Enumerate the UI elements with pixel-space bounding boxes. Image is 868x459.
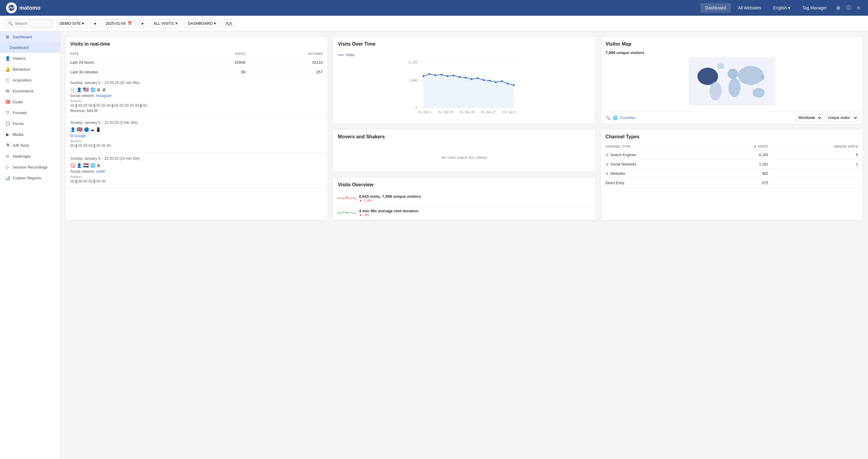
world-map <box>606 57 858 106</box>
sidebar-item-dashboard[interactable]: ⊞ Dashboard <box>0 31 60 42</box>
goals-icon: 🎯 <box>5 99 10 104</box>
overview-duration-text: 4 min 49s average visit duration <box>359 209 418 213</box>
col-date: DATE <box>65 51 185 58</box>
calendar-icon: 📅 <box>127 21 132 26</box>
realtime-card: Visits in real-time DATE VISITS ACTIONS … <box>65 36 328 221</box>
sort-icon: ▼ <box>754 145 757 148</box>
nav-dashboard[interactable]: Dashboard <box>700 3 731 13</box>
svg-point-33 <box>727 68 738 79</box>
metric-dropdown[interactable]: Unique visitor: <box>825 114 858 121</box>
behaviour-icon: 🔔 <box>5 67 10 71</box>
svg-point-37 <box>761 74 764 80</box>
segment-selector[interactable]: ALL VISITS ✕ <box>150 19 182 27</box>
svg-point-21 <box>471 78 473 80</box>
channel-name: ⊕ Websites <box>606 172 704 176</box>
expand-icon[interactable]: ⊕ <box>606 172 609 176</box>
svg-text:0: 0 <box>415 106 417 109</box>
sidebar-item-funnels[interactable]: ▽ Funnels <box>0 107 60 118</box>
sidebar-item-custom-reports[interactable]: 📊 Custom Reports <box>0 172 60 183</box>
svg-point-39 <box>346 197 347 198</box>
chart-area: Visits 11,320 5,660 0 Fri, Dec 6 Fri, De… <box>333 51 595 120</box>
settings-icon[interactable]: ⚙ <box>834 3 842 13</box>
sidebar-subitem-dashboard[interactable]: Dashboard <box>0 42 60 53</box>
visits-overview-card: Visits Overview 8,943 visits, 7,999 uniq… <box>333 177 595 221</box>
svg-point-13 <box>423 75 424 77</box>
sidebar-item-media[interactable]: ▶ Media <box>0 129 60 140</box>
map-content: 7,999 unique visitors <box>601 51 863 111</box>
svg-text:Fri, Dec 27: Fri, Dec 27 <box>481 111 496 114</box>
site-selector[interactable]: DEMO SITE ▾ <box>56 19 88 27</box>
actions-label: Actions: <box>70 99 323 103</box>
logo[interactable]: matomo <box>6 2 40 13</box>
visit-user-icon: 👤 <box>70 127 75 132</box>
col-channel-type: CHANNEL TYPE <box>601 143 709 150</box>
table-row: ⊕ Search Engines 6,184 5 <box>601 150 863 160</box>
countries-link[interactable]: Countries <box>620 116 636 120</box>
sidebar-item-goals[interactable]: 🎯 Goals <box>0 96 60 107</box>
nav-language[interactable]: English ▾ <box>768 3 795 13</box>
overview-visits-text: 8,943 visits, 7,999 unique visitors <box>359 194 421 199</box>
visit-device-icon: 🖥 <box>96 87 101 92</box>
toolbar: 🔍 DEMO SITE ▾ ◂ 2025-01-04 📅 ▸ ALL VISIT… <box>0 16 868 31</box>
svg-point-18 <box>453 75 455 77</box>
sidebar-item-acquisition[interactable]: 🛒 Acquisition <box>0 75 60 85</box>
social-link-instagram[interactable]: Instagram <box>96 94 112 98</box>
movers-card: Movers and Shakers No rows match the cri… <box>333 129 595 172</box>
sidebar-item-ecommerce[interactable]: 🛍 Ecommerce <box>0 85 60 96</box>
zoom-out-icon[interactable]: 🔍 <box>606 116 611 120</box>
sidebar-item-session-recordings[interactable]: ▷ Session Recordings <box>0 162 60 172</box>
sidebar-item-abtests[interactable]: ⚗ A/B Tests <box>0 140 60 151</box>
social-link-google[interactable]: Google <box>74 134 86 138</box>
svg-text:5,660: 5,660 <box>410 79 417 82</box>
col-visits: VISITS <box>185 51 250 58</box>
movers-title: Movers and Shakers <box>333 129 595 143</box>
logo-icon <box>6 2 17 13</box>
table-row: Last 30 minutes 98 257 <box>65 67 328 77</box>
overview-stat-duration: 4 min 49s average visit duration ▼ -3% <box>333 206 595 220</box>
logout-icon[interactable]: ⎋ <box>855 3 862 12</box>
visitor-map-card: Visitor Map 7,999 unique visitors <box>600 36 863 124</box>
svg-point-14 <box>429 73 430 75</box>
channel-table: CHANNEL TYPE ▼ VISITS UNIQUE VISITS <box>601 143 863 188</box>
overtime-chart: 11,320 5,660 0 Fri, Dec 6 Fri, Dec 13 Fr… <box>338 59 590 114</box>
nav-all-websites[interactable]: All Websites <box>733 3 766 13</box>
expand-button[interactable]: ⋀⋀ <box>222 19 236 27</box>
acquisition-icon: 🛒 <box>5 78 10 82</box>
info-icon[interactable]: ⓘ <box>844 3 853 13</box>
visitors-icon: 👤 <box>5 56 10 61</box>
worldwide-dropdown[interactable]: Worldwide <box>795 114 822 121</box>
visit-cloud-icon: ☁ <box>90 127 94 132</box>
sidebar-item-forms[interactable]: 📋 Forms <box>0 118 60 129</box>
visit-entry: Sunday, January 5, - 22:20:20 (24 min 43… <box>65 153 328 189</box>
visits-change: ▼ -1.9% <box>359 199 421 202</box>
visit-browser2-icon: 🔵 <box>84 127 89 132</box>
sidebar-item-visitors[interactable]: 👤 Visitors <box>0 53 60 64</box>
visit-block-icon: 🚫 <box>70 163 75 168</box>
date-next-button[interactable]: ▸ <box>138 19 147 27</box>
search-input[interactable] <box>15 21 50 26</box>
channel-name: ⊕ Search Engines <box>606 153 704 157</box>
nav-tag-manager[interactable]: Tag Manager <box>798 3 832 13</box>
realtime-title: Visits in real-time <box>65 36 328 51</box>
search-box[interactable]: 🔍 <box>5 19 53 27</box>
ecommerce-icon: 🛍 <box>5 88 10 93</box>
nav-links: Dashboard All Websites English ▾ Tag Man… <box>700 3 862 13</box>
expand-icon[interactable]: ⊕ <box>606 162 609 166</box>
sidebar-item-behaviour[interactable]: 🔔 Behaviour <box>0 64 60 75</box>
svg-point-27 <box>507 83 509 85</box>
expand-icon[interactable]: ⊕ <box>606 153 609 157</box>
svg-point-43 <box>355 212 356 213</box>
date-picker[interactable]: 2025-01-04 📅 <box>102 19 135 27</box>
view-selector[interactable]: DASHBOARD ▾ <box>185 19 219 27</box>
visit-user-icon: 👤 <box>76 87 82 92</box>
forms-icon: 📋 <box>5 121 10 126</box>
svg-text:Fri, Dec 20: Fri, Dec 20 <box>460 111 475 114</box>
visit-mobile-icon: 📱 <box>96 127 101 132</box>
date-prev-button[interactable]: ◂ <box>91 19 99 27</box>
social-link-reddit[interactable]: reddit <box>96 169 105 174</box>
globe-icon: 🌐 <box>613 116 618 120</box>
chart-legend: Visits <box>338 53 590 57</box>
svg-text:11,320: 11,320 <box>408 61 417 64</box>
media-icon: ▶ <box>5 132 10 137</box>
sidebar-item-heatmaps[interactable]: ⊙ Heatmaps <box>0 151 60 162</box>
